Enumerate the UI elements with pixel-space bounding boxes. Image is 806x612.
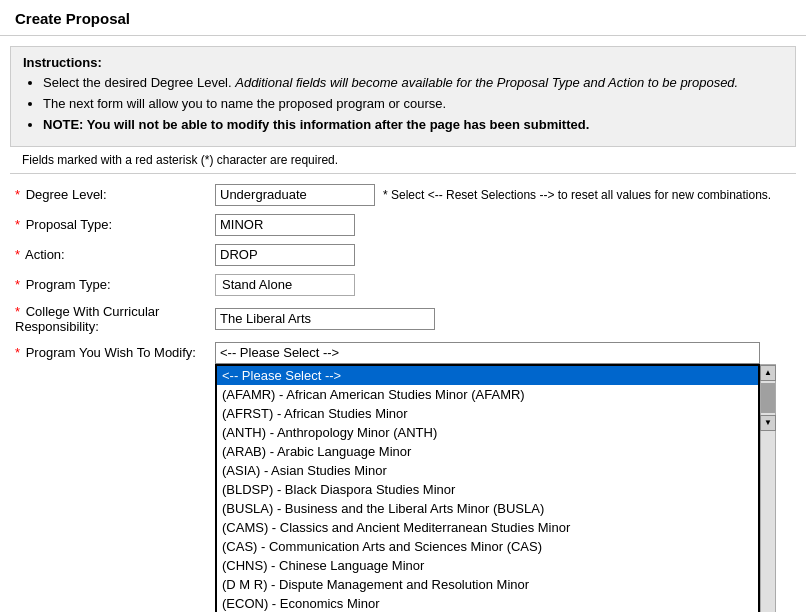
dropdown-item-10[interactable]: (CHNS) - Chinese Language Minor: [217, 556, 758, 575]
instructions-list: Select the desired Degree Level. Additio…: [43, 74, 783, 135]
dropdown-item-11[interactable]: (D M R) - Dispute Management and Resolut…: [217, 575, 758, 594]
program-dropdown-list-wrapper: <-- Please Select --> (AFAMR) - African …: [215, 364, 780, 612]
scrollbar-track[interactable]: ▲ ▼: [760, 364, 776, 612]
instruction-item-2: The next form will allow you to name the…: [43, 95, 783, 113]
degree-level-controls: Undergraduate Graduate * Select <-- Rese…: [215, 184, 771, 206]
proposal-type-row: * Proposal Type: MINOR MAJOR CERTIFICATE: [15, 214, 791, 236]
program-type-row: * Program Type: Stand Alone: [15, 274, 791, 296]
action-row: * Action: DROP ADD MODIFY: [15, 244, 791, 266]
dropdown-item-8[interactable]: (CAMS) - Classics and Ancient Mediterran…: [217, 518, 758, 537]
dropdown-item-3[interactable]: (ANTH) - Anthropology Minor (ANTH): [217, 423, 758, 442]
scrollbar-down-btn[interactable]: ▼: [760, 415, 776, 431]
dropdown-item-2[interactable]: (AFRST) - African Studies Minor: [217, 404, 758, 423]
required-note: Fields marked with a red asterisk (*) ch…: [10, 147, 796, 174]
degree-level-select[interactable]: Undergraduate Graduate: [215, 184, 375, 206]
college-row: * College With Curricular Responsibility…: [15, 304, 791, 334]
college-label: * College With Curricular Responsibility…: [15, 304, 215, 334]
proposal-type-label: * Proposal Type:: [15, 217, 215, 232]
program-modify-row: * Program You Wish To Modify: <-- Please…: [15, 342, 791, 612]
action-dropdown-wrapper: DROP ADD MODIFY: [215, 244, 355, 266]
degree-level-label: * Degree Level:: [15, 187, 215, 202]
degree-level-dropdown-wrapper: Undergraduate Graduate: [215, 184, 375, 206]
program-type-label: * Program Type:: [15, 277, 215, 292]
dropdown-item-4[interactable]: (ARAB) - Arabic Language Minor: [217, 442, 758, 461]
dropdown-item-7[interactable]: (BUSLA) - Business and the Liberal Arts …: [217, 499, 758, 518]
program-dropdown-list[interactable]: <-- Please Select --> (AFAMR) - African …: [215, 364, 760, 612]
program-modify-container: <-- Please Select --> <-- Please Select …: [215, 342, 780, 612]
dropdown-item-5[interactable]: (ASIA) - Asian Studies Minor: [217, 461, 758, 480]
college-select[interactable]: The Liberal Arts Engineering Business: [215, 308, 435, 330]
dropdown-item-12[interactable]: (ECON) - Economics Minor: [217, 594, 758, 612]
dropdown-item-6[interactable]: (BLDSP) - Black Diaspora Studies Minor: [217, 480, 758, 499]
program-modify-input[interactable]: <-- Please Select -->: [215, 342, 760, 364]
proposal-type-dropdown-wrapper: MINOR MAJOR CERTIFICATE: [215, 214, 355, 236]
instruction-item-1: Select the desired Degree Level. Additio…: [43, 74, 783, 92]
dropdown-item-1[interactable]: (AFAMR) - African American Studies Minor…: [217, 385, 758, 404]
dropdown-item-0[interactable]: <-- Please Select -->: [217, 366, 758, 385]
instructions-box: Instructions: Select the desired Degree …: [10, 46, 796, 147]
proposal-type-select[interactable]: MINOR MAJOR CERTIFICATE: [215, 214, 355, 236]
action-select[interactable]: DROP ADD MODIFY: [215, 244, 355, 266]
scrollbar-thumb[interactable]: [761, 383, 775, 413]
degree-level-row: * Degree Level: Undergraduate Graduate *…: [15, 184, 791, 206]
instruction-bold: NOTE: You will not be able to modify thi…: [43, 117, 589, 132]
instruction-item-3: NOTE: You will not be able to modify thi…: [43, 116, 783, 134]
reset-selections-label: * Select <-- Reset Selections --> to res…: [383, 188, 771, 202]
dropdown-item-9[interactable]: (CAS) - Communication Arts and Sciences …: [217, 537, 758, 556]
action-label: * Action:: [15, 247, 215, 262]
program-modify-label: * Program You Wish To Modify:: [15, 342, 215, 360]
page-title: Create Proposal: [0, 0, 806, 36]
college-dropdown-wrapper: The Liberal Arts Engineering Business: [215, 308, 435, 330]
program-type-value: Stand Alone: [215, 274, 355, 296]
instruction-italic: Additional fields will become available …: [235, 75, 738, 90]
scrollbar-up-btn[interactable]: ▲: [760, 365, 776, 381]
instructions-heading: Instructions:: [23, 55, 102, 70]
